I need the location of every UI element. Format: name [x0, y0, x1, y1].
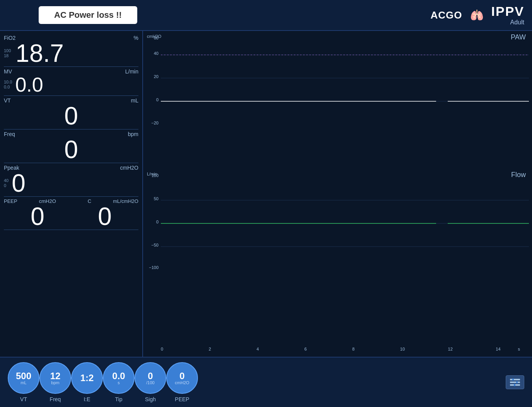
ppeak-unit: cmH2O [120, 165, 138, 171]
paw-chart-label: PAW [511, 33, 526, 41]
toolbar-freq: 12 bpm Freq [39, 362, 71, 402]
freq-section: Freq bpm 0 [4, 129, 138, 163]
toolbar-freq-label: Freq [50, 396, 61, 402]
svg-rect-32 [510, 379, 520, 380]
svg-text:100: 100 [152, 173, 159, 178]
fio2-range-bottom: 18 [4, 53, 11, 58]
toolbar-tip-label: Tip [115, 396, 123, 402]
peep-c-values: 0 0 [4, 204, 138, 229]
paw-chart-svg: 60 40 20 0 −20 cmH2O [146, 32, 529, 169]
bottom-toolbar: 500 mL VT 12 bpm Freq 1:2 I:E 0.0 s Tip … [0, 357, 532, 407]
fio2-value: 18.7 [15, 41, 64, 66]
svg-text:−20: −20 [151, 121, 159, 125]
toolbar-peep-button[interactable]: 0 cmH2O [166, 362, 198, 394]
peep-label: PEEP [4, 198, 17, 204]
peep-c-header: PEEP cmH2O C mL/cmH2O [4, 198, 138, 204]
vt-label: VT [4, 97, 11, 104]
ppeak-range-top: 40 [4, 178, 9, 183]
svg-text:4: 4 [257, 347, 259, 351]
ppeak-value-row: 40 0 0 [4, 171, 138, 196]
svg-text:10: 10 [400, 347, 405, 351]
alert-banner[interactable]: AC Power loss !! [39, 6, 137, 24]
svg-text:0: 0 [156, 220, 159, 224]
svg-text:−50: −50 [151, 243, 159, 247]
toolbar-peep-value: 0 [179, 371, 184, 381]
toolbar-settings-area [506, 375, 524, 389]
paw-chart-container: PAW 60 40 20 0 −20 cmH2O [146, 32, 529, 169]
ventilation-mode: IPPV [491, 4, 524, 19]
toolbar-sigh-label: Sigh [145, 396, 156, 402]
svg-text:40: 40 [154, 51, 159, 56]
toolbar-freq-value: 12 [50, 371, 61, 381]
freq-value: 0 [64, 136, 78, 163]
svg-rect-33 [510, 381, 520, 383]
mv-range: 10.0 0.0 [4, 80, 12, 90]
toolbar-peep: 0 cmH2O PEEP [166, 362, 198, 402]
toolbar-ie-button[interactable]: 1:2 [71, 362, 103, 394]
toolbar-sigh-unit: /100 [146, 381, 154, 385]
toolbar-vt-label: VT [20, 396, 27, 402]
right-panel: PAW 60 40 20 0 −20 cmH2O [143, 31, 532, 357]
toolbar-peep-label: PEEP [175, 396, 189, 402]
peep-c-section: PEEP cmH2O C mL/cmH2O 0 0 [4, 197, 138, 230]
mv-range-top: 10.0 [4, 80, 12, 85]
toolbar-freq-button[interactable]: 12 bpm [39, 362, 71, 394]
x-axis-svg: 0 2 4 6 8 10 12 14 s [161, 344, 529, 355]
svg-text:14: 14 [496, 347, 500, 351]
svg-rect-37 [514, 384, 515, 386]
vt-section: VT mL 0 [4, 96, 138, 129]
x-axis: 0 2 4 6 8 10 12 14 s [161, 344, 529, 355]
patient-type: Adult [510, 19, 524, 26]
toolbar-vt: 500 mL VT [8, 362, 39, 402]
mode-acgo: ACGO [431, 9, 462, 21]
mv-label: MV [4, 68, 12, 75]
mv-unit: L/min [125, 68, 138, 75]
toolbar-vt-unit: mL [20, 381, 26, 385]
flow-chart-label: Flow [511, 171, 526, 179]
header: AC Power loss !! ACGO 🫁 IPPV Adult [0, 0, 532, 31]
left-panel: FiO2 % 100 18 18.7 MV L/min 10.0 0.0 [0, 31, 143, 357]
settings-button[interactable] [506, 375, 524, 389]
svg-rect-35 [512, 378, 514, 381]
toolbar-tip-button[interactable]: 0.0 s [103, 362, 135, 394]
fio2-label: FiO2 [4, 35, 15, 41]
compliance-unit: mL/cmH2O [113, 198, 138, 204]
main-content: FiO2 % 100 18 18.7 MV L/min 10.0 0.0 [0, 31, 532, 357]
fio2-section: FiO2 % 100 18 18.7 [4, 33, 138, 67]
peep-value: 0 [31, 204, 44, 229]
toolbar-peep-unit: cmH2O [175, 381, 189, 385]
toolbar-ie-label: I:E [84, 396, 90, 402]
svg-text:12: 12 [448, 347, 453, 351]
settings-icon [509, 378, 521, 387]
ppeak-range-bottom: 0 [4, 183, 9, 188]
flow-chart-container: Flow L/min 100 50 0 −50 −100 [146, 170, 529, 343]
toolbar-ie: 1:2 I:E [71, 362, 103, 402]
toolbar-sigh-value: 0 [148, 371, 153, 381]
ppeak-range: 40 0 [4, 178, 9, 188]
svg-text:s: s [518, 347, 520, 351]
svg-text:2: 2 [209, 347, 211, 351]
mv-section: MV L/min 10.0 0.0 0.0 [4, 67, 138, 96]
svg-text:50: 50 [154, 196, 159, 201]
toolbar-tip-unit: s [118, 381, 120, 385]
compliance-value: 0 [98, 204, 112, 229]
mv-value: 0.0 [15, 75, 43, 95]
svg-text:0: 0 [161, 347, 163, 351]
toolbar-vt-button[interactable]: 500 mL [8, 362, 39, 394]
fio2-range: 100 18 [4, 48, 11, 58]
svg-text:8: 8 [352, 347, 355, 351]
toolbar-sigh: 0 /100 Sigh [135, 362, 166, 402]
vt-value-row: 0 [4, 104, 138, 128]
compliance-label: C [88, 198, 91, 204]
mv-value-row: 10.0 0.0 0.0 [4, 75, 138, 95]
toolbar-tip-value: 0.0 [112, 371, 125, 381]
vt-unit: mL [131, 97, 138, 104]
ppeak-value: 0 [12, 171, 26, 196]
fio2-range-top: 100 [4, 48, 11, 53]
svg-text:cmH2O: cmH2O [147, 34, 162, 39]
svg-text:0: 0 [156, 97, 159, 102]
toolbar-ie-value: 1:2 [80, 373, 94, 383]
freq-unit: bpm [128, 131, 138, 137]
toolbar-tip: 0.0 s Tip [103, 362, 135, 402]
toolbar-sigh-button[interactable]: 0 /100 [135, 362, 166, 394]
